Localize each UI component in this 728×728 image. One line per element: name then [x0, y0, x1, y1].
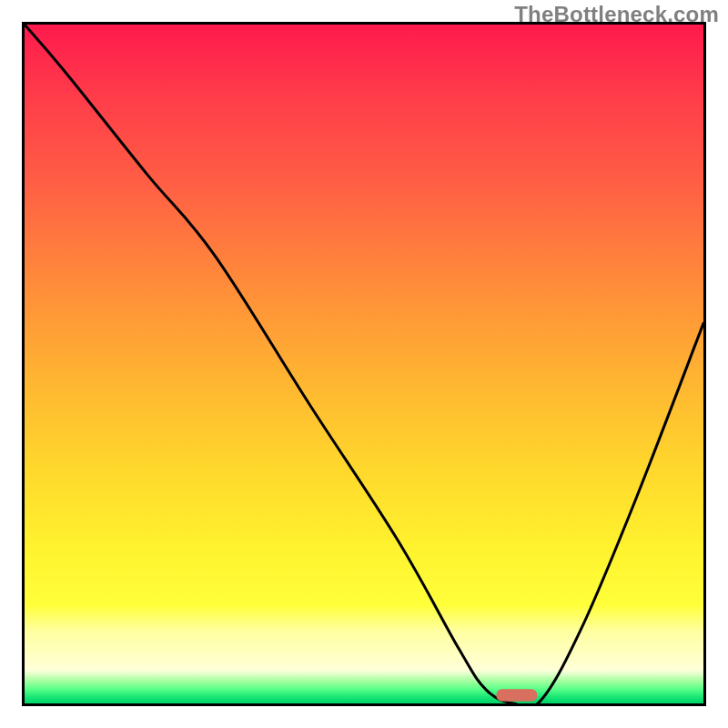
watermark-text: TheBottleneck.com	[514, 2, 719, 27]
chart-frame: TheBottleneck.com	[0, 0, 728, 728]
bottleneck-curve-path	[25, 25, 703, 703]
axis-bottom	[22, 703, 706, 706]
axis-right	[703, 25, 706, 706]
plot-area	[25, 25, 703, 703]
optimal-marker-shape	[496, 689, 537, 701]
chart-overlay	[25, 25, 703, 703]
